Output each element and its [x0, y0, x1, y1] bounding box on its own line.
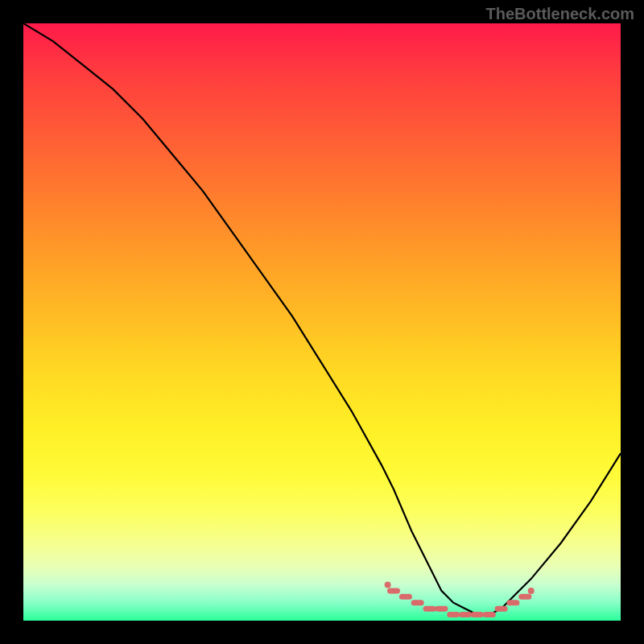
- optimal-marker: [399, 594, 412, 600]
- chart-svg: [23, 23, 621, 621]
- optimal-marker: [495, 606, 508, 612]
- optimal-marker: [387, 588, 400, 593]
- watermark-text: TheBottleneck.com: [486, 5, 634, 23]
- optimal-marker: [447, 612, 460, 617]
- optimal-marker: [423, 606, 436, 612]
- bottleneck-curve-path: [23, 23, 621, 615]
- optimal-marker: [518, 594, 531, 600]
- optimal-marker: [435, 606, 448, 612]
- optimal-marker: [483, 612, 496, 617]
- optimal-marker-dot: [385, 582, 391, 588]
- optimal-marker: [459, 612, 472, 617]
- optimal-band-markers: [385, 582, 535, 618]
- optimal-marker: [411, 600, 424, 605]
- optimal-marker: [506, 600, 519, 605]
- optimal-marker: [471, 612, 484, 617]
- chart-plot-area: [23, 23, 621, 621]
- optimal-marker-dot: [528, 588, 535, 594]
